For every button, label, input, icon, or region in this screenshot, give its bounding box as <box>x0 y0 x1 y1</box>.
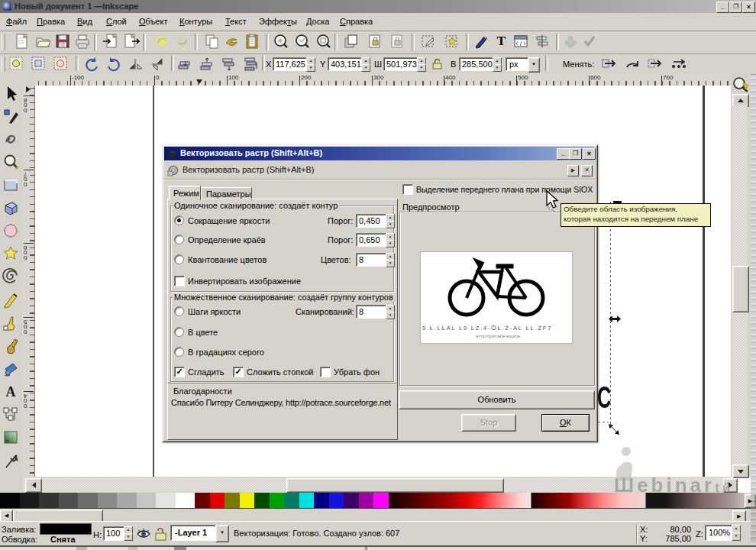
svg-text:A: A <box>6 384 16 400</box>
